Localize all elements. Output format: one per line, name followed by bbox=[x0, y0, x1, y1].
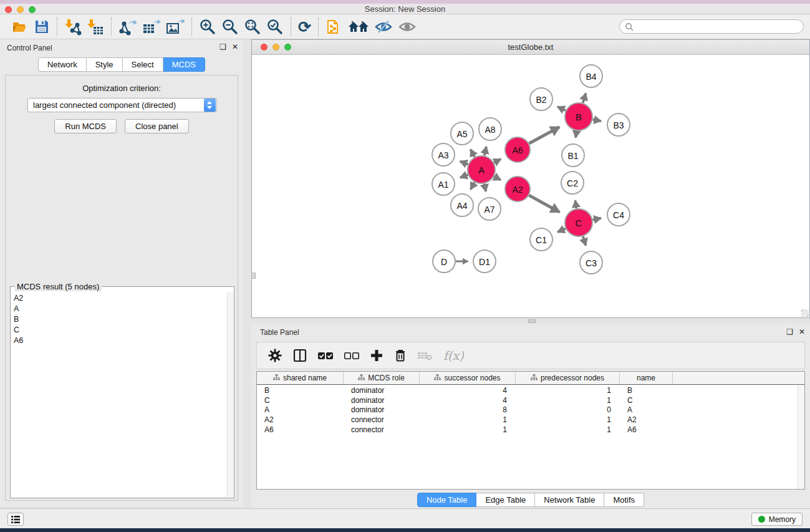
node-C4[interactable]: C4 bbox=[607, 203, 630, 226]
node-A4[interactable]: A4 bbox=[451, 194, 473, 216]
delete-column-icon[interactable] bbox=[390, 347, 410, 364]
edge-C-C4[interactable] bbox=[593, 218, 601, 220]
edge-A-A8[interactable] bbox=[485, 147, 486, 155]
edge-A6-B[interactable] bbox=[529, 127, 559, 143]
result-item[interactable]: A2 bbox=[11, 293, 227, 303]
column-header-predecessor-nodes[interactable]: predecessor nodes bbox=[516, 372, 620, 384]
edge-A-A5[interactable] bbox=[471, 149, 475, 157]
result-list-scrollbar[interactable] bbox=[227, 293, 233, 497]
node-A8[interactable]: A8 bbox=[479, 118, 501, 140]
import-table-button[interactable] bbox=[84, 17, 107, 37]
edge-B-B2[interactable] bbox=[557, 107, 566, 110]
node-A1[interactable]: A1 bbox=[432, 173, 455, 195]
run-mcds-button[interactable]: Run MCDS bbox=[54, 119, 117, 133]
node-A[interactable]: A bbox=[468, 156, 495, 183]
deselect-all-icon[interactable] bbox=[340, 349, 363, 362]
node-B4[interactable]: B4 bbox=[580, 65, 602, 87]
search-input[interactable] bbox=[636, 22, 803, 31]
result-item[interactable]: C bbox=[11, 324, 227, 335]
zoom-selected-button[interactable] bbox=[264, 17, 286, 37]
node-B1[interactable]: B1 bbox=[562, 144, 584, 167]
show-panel-button[interactable] bbox=[395, 17, 419, 36]
tab-style[interactable]: Style bbox=[87, 57, 123, 72]
import-network-button[interactable] bbox=[62, 17, 84, 37]
function-builder-icon[interactable]: f(x) bbox=[440, 347, 467, 364]
memory-button[interactable]: Memory bbox=[751, 513, 803, 526]
close-panel-icon[interactable]: ✕ bbox=[232, 42, 238, 51]
result-item[interactable]: A6 bbox=[11, 335, 227, 346]
node-C2[interactable]: C2 bbox=[561, 172, 584, 194]
node-D1[interactable]: D1 bbox=[473, 250, 496, 273]
edge-A2-C[interactable] bbox=[529, 195, 559, 212]
edge-A-A3[interactable] bbox=[460, 162, 468, 165]
close-table-panel-icon[interactable]: ✕ bbox=[799, 327, 805, 336]
tab-mcds[interactable]: MCDS bbox=[163, 57, 205, 72]
edge-A-A1[interactable] bbox=[460, 175, 468, 178]
tab-network[interactable]: Network bbox=[38, 57, 87, 72]
network-canvas[interactable]: AA1A2A3A4A5A6A7A8BB1B2B3B4CC1C2C3C4DD1 bbox=[252, 56, 809, 317]
table-row[interactable]: Adominator80A bbox=[257, 405, 798, 415]
node-C[interactable]: C bbox=[565, 209, 592, 236]
save-session-button[interactable] bbox=[31, 17, 52, 36]
delete-table-icon[interactable] bbox=[414, 349, 436, 362]
refresh-button[interactable]: ⟳ bbox=[296, 17, 314, 36]
table-row[interactable]: Bdominator41B bbox=[257, 385, 798, 395]
tab-node-table[interactable]: Node Table bbox=[417, 493, 477, 507]
tab-edge-table[interactable]: Edge Table bbox=[476, 493, 535, 507]
table-row[interactable]: Cdominator41C bbox=[257, 395, 798, 405]
task-history-button[interactable] bbox=[7, 513, 24, 526]
export-image-button[interactable] bbox=[163, 17, 187, 37]
tab-network-table[interactable]: Network Table bbox=[535, 493, 604, 507]
export-network-button[interactable] bbox=[116, 17, 140, 37]
zoom-fit-button[interactable] bbox=[241, 17, 264, 37]
edge-C-C1[interactable] bbox=[557, 228, 566, 232]
new-session-from-network-button[interactable] bbox=[323, 16, 345, 37]
edge-A-A6[interactable] bbox=[494, 159, 501, 163]
panel-divider-grip[interactable] bbox=[251, 273, 256, 279]
edge-C-C2[interactable] bbox=[575, 200, 576, 208]
node-C3[interactable]: C3 bbox=[580, 251, 602, 274]
open-session-button[interactable] bbox=[9, 17, 31, 36]
resize-grip-icon[interactable] bbox=[801, 309, 809, 317]
node-D[interactable]: D bbox=[433, 250, 455, 273]
node-B3[interactable]: B3 bbox=[607, 114, 630, 136]
edge-A-A4[interactable] bbox=[471, 182, 475, 189]
node-C1[interactable]: C1 bbox=[530, 228, 552, 251]
node-B2[interactable]: B2 bbox=[530, 88, 552, 110]
tab-select[interactable]: Select bbox=[123, 57, 163, 72]
edge-A-A2[interactable] bbox=[494, 177, 501, 180]
column-header-MCDS-role[interactable]: MCDS role bbox=[344, 372, 420, 384]
result-item[interactable]: A bbox=[11, 303, 227, 314]
tab-motifs[interactable]: Motifs bbox=[604, 493, 644, 507]
home-layout-button[interactable] bbox=[345, 17, 372, 36]
node-A7[interactable]: A7 bbox=[478, 198, 501, 220]
table-row[interactable]: A2connector11A2 bbox=[257, 415, 798, 425]
column-header-successor-nodes[interactable]: successor nodes bbox=[420, 372, 516, 384]
add-column-icon[interactable] bbox=[367, 347, 387, 364]
float-table-panel-icon[interactable]: ❑ bbox=[786, 327, 793, 336]
gear-icon[interactable] bbox=[264, 347, 286, 364]
node-A5[interactable]: A5 bbox=[451, 122, 473, 145]
node-A6[interactable]: A6 bbox=[505, 137, 530, 162]
hide-panel-button[interactable] bbox=[372, 17, 395, 36]
select-all-icon[interactable] bbox=[314, 349, 337, 362]
edge-C-C3[interactable] bbox=[583, 236, 586, 246]
node-B[interactable]: B bbox=[565, 103, 592, 130]
table-scrollbar[interactable] bbox=[798, 385, 804, 489]
export-table-button[interactable] bbox=[140, 17, 163, 37]
edge-B-B4[interactable] bbox=[583, 94, 586, 103]
result-item[interactable]: B bbox=[11, 314, 227, 324]
optimization-criterion-select[interactable]: largest connected component (directed) bbox=[27, 98, 217, 112]
close-panel-button[interactable]: Close panel bbox=[125, 119, 189, 133]
column-view-icon[interactable] bbox=[289, 347, 311, 364]
node-A2[interactable]: A2 bbox=[505, 177, 530, 201]
zoom-in-button[interactable] bbox=[196, 17, 219, 37]
edge-B-B1[interactable] bbox=[576, 131, 577, 138]
edge-A-A7[interactable] bbox=[485, 184, 486, 191]
column-header-name[interactable]: name bbox=[620, 372, 673, 384]
zoom-out-button[interactable] bbox=[219, 17, 241, 37]
column-header-shared-name[interactable]: shared name bbox=[257, 372, 344, 384]
table-row[interactable]: A6connector11A6 bbox=[257, 425, 798, 435]
float-panel-icon[interactable]: ❑ bbox=[219, 42, 226, 51]
edge-B-B3[interactable] bbox=[593, 120, 601, 122]
